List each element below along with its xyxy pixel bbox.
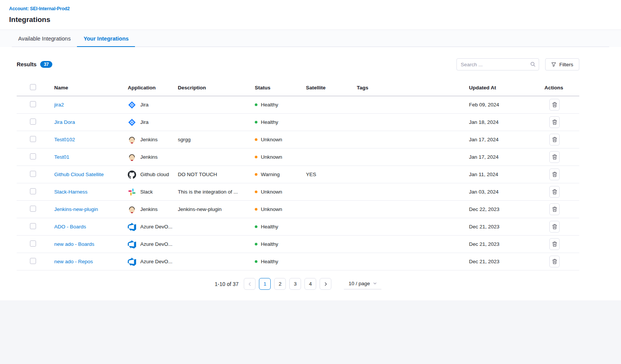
search-box: [456, 58, 539, 70]
github-icon: [128, 170, 136, 179]
page-size-label: 10 / page: [348, 281, 370, 286]
description-cell: DO NOT TOUCH: [178, 172, 255, 177]
table-row: Jira DoraJiraHealthyJan 18, 2024: [17, 114, 579, 131]
trash-icon: [552, 102, 557, 108]
table-row: new ado - ReposAzure DevO...HealthyDec 2…: [17, 253, 579, 270]
integration-name-link[interactable]: Test0102: [54, 137, 75, 142]
toolbar: Results 37 Filters: [17, 58, 579, 70]
integrations-table: Name Application Description Status Sate…: [17, 80, 579, 270]
integration-name-link[interactable]: Github Cloud Satellite: [54, 172, 104, 177]
integration-name-link[interactable]: Jenkins-new-plugin: [54, 206, 98, 212]
delete-integration-button[interactable]: [549, 186, 560, 198]
row-checkbox[interactable]: [30, 258, 36, 264]
updated-at-cell: Jan 17, 2024: [469, 154, 544, 160]
pagination-next-button[interactable]: [320, 278, 331, 290]
delete-integration-button[interactable]: [549, 151, 560, 163]
status-label: Healthy: [261, 102, 278, 108]
status-dot: [255, 138, 257, 141]
trash-icon: [552, 119, 557, 125]
column-header-application: Application: [128, 85, 178, 91]
application-label: Azure DevO...: [140, 259, 172, 264]
updated-at-cell: Dec 22, 2023: [469, 206, 544, 212]
table-row: Test0102JenkinssgrggUnknownJan 17, 2024: [17, 131, 579, 148]
trash-icon: [552, 206, 557, 212]
trash-icon: [552, 241, 557, 247]
integration-name-link[interactable]: new ado - Repos: [54, 259, 93, 264]
tabs-row: Available Integrations Your Integrations: [12, 30, 609, 47]
delete-integration-button[interactable]: [549, 169, 560, 180]
delete-integration-button[interactable]: [549, 134, 560, 145]
status-cell: Healthy: [255, 241, 306, 247]
row-checkbox[interactable]: [30, 101, 36, 107]
table-row: ADO - BoardsAzure DevO...HealthyDec 21, …: [17, 218, 579, 236]
status-cell: Unknown: [255, 154, 306, 160]
results-count-badge: 37: [40, 61, 52, 68]
trash-icon: [552, 224, 557, 230]
search-input[interactable]: [456, 58, 539, 70]
row-checkbox[interactable]: [30, 136, 36, 142]
jira-icon: [128, 118, 136, 127]
status-cell: Warning: [255, 172, 306, 177]
delete-integration-button[interactable]: [549, 256, 560, 267]
integration-name-link[interactable]: jira2: [54, 102, 64, 108]
chevron-down-icon: [373, 281, 377, 285]
row-checkbox[interactable]: [30, 119, 36, 125]
column-header-tags: Tags: [357, 85, 469, 91]
select-all-checkbox[interactable]: [30, 84, 36, 90]
delete-integration-button[interactable]: [549, 221, 560, 233]
status-cell: Healthy: [255, 224, 306, 230]
row-checkbox[interactable]: [30, 171, 36, 177]
integration-name-link[interactable]: new ado - Boards: [54, 241, 94, 247]
table-row: Slack-HarnessSlackThis is the integratio…: [17, 183, 579, 201]
application-label: Slack: [140, 189, 153, 195]
updated-at-cell: Dec 21, 2023: [469, 241, 544, 247]
row-checkbox[interactable]: [30, 241, 36, 247]
row-checkbox[interactable]: [30, 153, 36, 159]
column-header-satellite: Satellite: [306, 85, 357, 91]
row-checkbox[interactable]: [30, 223, 36, 229]
updated-at-cell: Jan 11, 2024: [469, 172, 544, 177]
pagination-pages: 1234: [259, 278, 316, 290]
tab-your-integrations[interactable]: Your Integrations: [77, 30, 135, 47]
table-row: Jenkins-new-pluginJenkinsJenkins-new-plu…: [17, 201, 579, 218]
integrations-page: Account: SEI-Internal-Prod2 Integrations…: [0, 0, 621, 300]
integration-name-link[interactable]: Test01: [54, 154, 69, 160]
status-dot: [255, 260, 257, 263]
trash-icon: [552, 137, 557, 142]
description-cell: This is the integration of ...: [178, 189, 255, 195]
tab-available-integrations[interactable]: Available Integrations: [12, 30, 77, 47]
trash-icon: [552, 259, 557, 264]
pagination-page-3-button[interactable]: 3: [289, 278, 301, 290]
updated-at-cell: Jan 17, 2024: [469, 137, 544, 142]
status-dot: [255, 156, 257, 158]
delete-integration-button[interactable]: [549, 238, 560, 250]
page-size-select[interactable]: 10 / page: [344, 279, 381, 289]
chevron-left-icon: [248, 282, 252, 286]
status-cell: Unknown: [255, 189, 306, 195]
filters-button[interactable]: Filters: [545, 58, 579, 70]
integration-name-link[interactable]: Jira Dora: [54, 119, 75, 125]
status-cell: Unknown: [255, 206, 306, 212]
row-checkbox[interactable]: [30, 188, 36, 194]
account-link[interactable]: Account: SEI-Internal-Prod2: [9, 6, 70, 11]
integration-name-link[interactable]: ADO - Boards: [54, 224, 86, 230]
status-label: Warning: [261, 172, 280, 177]
azure-devops-icon: [128, 258, 136, 266]
status-label: Unknown: [261, 154, 282, 160]
pagination-page-2-button[interactable]: 2: [274, 278, 286, 290]
delete-integration-button[interactable]: [549, 203, 560, 215]
integration-name-link[interactable]: Slack-Harness: [54, 189, 88, 195]
trash-icon: [552, 154, 557, 160]
pagination-page-4-button[interactable]: 4: [304, 278, 316, 290]
satellite-cell: YES: [306, 172, 357, 177]
delete-integration-button[interactable]: [549, 99, 560, 111]
results: Results 37: [17, 61, 52, 68]
status-cell: Healthy: [255, 119, 306, 125]
pagination-prev-button[interactable]: [244, 278, 256, 290]
azure-devops-icon: [128, 240, 136, 248]
updated-at-cell: Jan 18, 2024: [469, 119, 544, 125]
pagination-page-1-button[interactable]: 1: [259, 278, 271, 290]
status-dot: [255, 243, 257, 245]
row-checkbox[interactable]: [30, 206, 36, 212]
delete-integration-button[interactable]: [549, 116, 560, 128]
